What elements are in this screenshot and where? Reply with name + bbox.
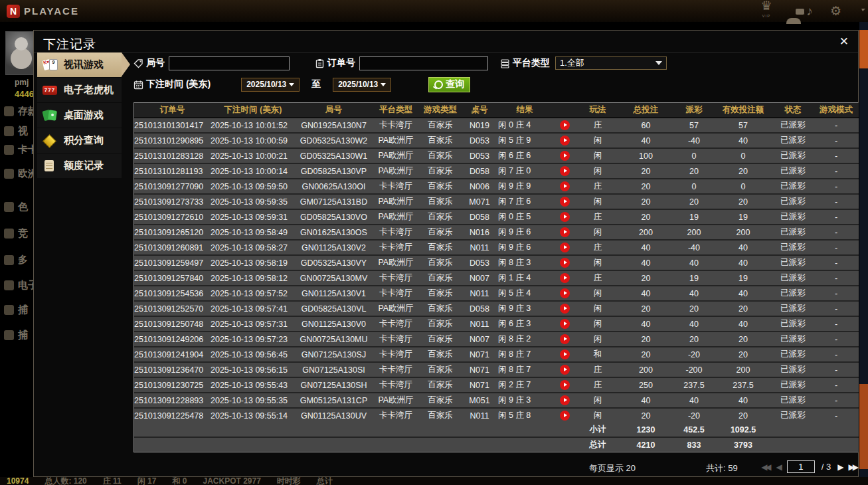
cell-platform-type: 卡卡湾厅 [372,179,420,194]
cell-game-type: 百家乐 [420,393,461,408]
cell-total-bet: 20 [618,347,674,362]
cell-platform-type: PA欧洲厅 [372,148,420,163]
play-video-button[interactable] [560,380,570,390]
cell-platform-type: PA欧洲厅 [372,255,420,270]
cell-game-mode: - [814,179,859,194]
cell-play [551,179,578,194]
cell-platform-type: 卡卡湾厅 [372,270,420,286]
lobby-nav-icon [4,126,14,136]
play-video-button[interactable] [560,227,570,237]
lobby-nav-item[interactable]: 竞 [4,225,28,241]
play-video-button[interactable] [560,181,570,191]
bet-records-dialog: 下注记录 ✕ K♥9 视讯游戏 777 电子老虎机 桌面游戏 积分查询 [33,30,859,477]
play-video-button[interactable] [560,365,570,375]
play-video-button[interactable] [560,304,570,314]
menu-item-live-games[interactable]: K♥9 视讯游戏 [37,52,122,77]
cell-game-mode: - [814,255,859,270]
cell-total-bet: 60 [618,118,674,133]
cell-total-bet: 200 [618,362,674,377]
round-number-input[interactable] [169,56,290,70]
cell-play [551,393,578,408]
lobby-nav-item[interactable]: 捕 [4,327,28,343]
cell-bet-time: 2025-10-13 10:01:52 [211,118,296,133]
clipboard-icon [315,58,325,68]
cell-result: 闲 5 庄 9 [498,133,551,148]
date-to-picker[interactable]: 2025/10/13 [333,78,391,92]
cell-result: 闲 8 庄 7 [498,347,551,362]
col-bet-on: 玩法 [578,103,618,118]
play-video-button[interactable] [560,273,570,283]
cell-platform-type: PA欧洲厅 [372,163,420,179]
play-video-button[interactable] [560,166,570,176]
play-video-button[interactable] [560,319,570,329]
ticker-item: 庄 11 [103,477,122,485]
cell-status: 已派彩 [772,408,814,423]
cell-payout: -20 [674,347,714,362]
cell-payout: -40 [674,240,714,255]
cell-valid-bet: 200 [714,225,772,240]
last-page-button[interactable]: ▶▶ [849,462,857,472]
table-games-cards-icon [43,108,58,123]
play-video-button[interactable] [560,212,570,222]
cell-round-number: GM07125A131BD [296,194,372,209]
order-number-input[interactable] [359,56,488,70]
menu-item-credit-records[interactable]: 额度记录 [37,153,122,178]
cell-status: 已派彩 [772,225,814,240]
play-video-button[interactable] [560,288,570,298]
first-page-button[interactable]: ◀◀ [761,462,769,472]
menu-label: 视讯游戏 [64,58,104,71]
cell-game-type: 百家乐 [420,118,461,133]
col-valid-bet: 有效投注额 [714,103,772,118]
play-video-button[interactable] [560,411,570,421]
subtotal-label: 小计 [578,423,618,437]
lobby-nav-item[interactable]: 多 [4,252,28,268]
menu-item-slots[interactable]: 777 电子老虎机 [37,78,122,102]
cell-table-number: D053 [461,255,498,270]
settings-gear-icon[interactable]: ⚙ [830,5,841,17]
cell-bet-on: 庄 [578,377,618,393]
next-page-button[interactable]: ▶ [837,462,841,472]
lobby-nav-item[interactable]: 视 [4,123,28,139]
date-from-picker[interactable]: 2025/10/13 [241,78,300,92]
cell-order-number: 251013091277090 [134,179,211,194]
play-video-button[interactable] [560,120,570,130]
lobby-nav-item[interactable]: 色 [4,199,28,215]
menu-item-table-games[interactable]: 桌面游戏 [37,103,122,128]
order-number-label: 订单号 [327,57,355,69]
cell-valid-bet: 20 [714,347,772,362]
playace-logo[interactable]: N PLAYACE [7,5,79,18]
play-video-button[interactable] [560,151,570,161]
cell-status: 已派彩 [772,332,814,347]
lobby-background-right [859,22,868,477]
table-footer: 每页显示 20 共计: 59 ◀◀ ◀ 1 / 3 ▶ ▶▶ [133,459,858,476]
music-icon[interactable]: ♪ [806,5,813,17]
close-icon[interactable]: ✕ [839,36,849,47]
cell-bet-on: 庄 [578,118,618,133]
lobby-nav-item[interactable]: 捕 [4,302,28,318]
ticker-item: 时时彩 [277,477,301,485]
play-video-button[interactable] [560,395,570,405]
play-video-button[interactable] [560,197,570,207]
play-video-button[interactable] [560,334,570,344]
page-number-input[interactable]: 1 [787,460,815,473]
platform-type-select[interactable]: 1.全部 [555,56,667,70]
prev-page-button[interactable]: ◀ [776,462,780,472]
play-video-button[interactable] [560,258,570,268]
cell-order-number: 251013091259497 [134,255,211,270]
cell-valid-bet: 19 [714,209,772,225]
cell-round-number: GD05325A130W2 [296,133,372,148]
cell-bet-on: 闲 [578,148,618,163]
cell-bet-time: 2025-10-13 09:55:14 [211,408,296,423]
cell-round-number: GN07125A130SI [296,362,372,377]
play-video-button[interactable] [560,136,570,146]
play-video-button[interactable] [560,349,570,359]
cell-play [551,301,578,316]
total-payout: 833 [674,437,714,452]
query-button[interactable]: 查询 [428,77,470,92]
ticker-item: 总计 [317,477,333,485]
col-time: 下注时间 (美东) [211,103,296,118]
menu-item-points-query[interactable]: 积分查询 [37,128,122,153]
vip-icon[interactable]: ♛VIP [760,0,772,23]
cell-table-number: N007 [461,332,498,347]
play-video-button[interactable] [560,242,570,252]
